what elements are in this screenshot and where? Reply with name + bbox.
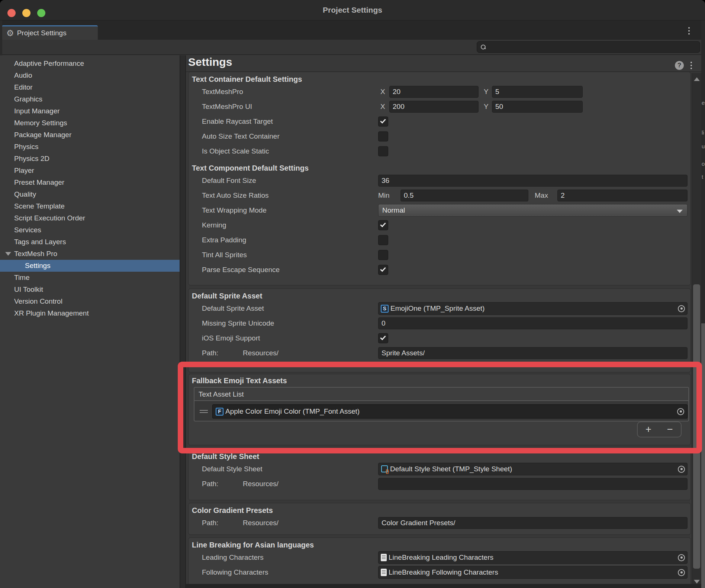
sidebar-item-audio[interactable]: Audio [0,70,180,81]
sidebar-item-physics-2d[interactable]: Physics 2D [0,153,180,165]
text-field[interactable] [378,317,688,329]
object-field[interactable]: LineBreaking Leading Characters [378,551,688,564]
sidebar-item-xr-plugin-management[interactable]: XR Plugin Management [0,307,180,319]
y-value-field[interactable] [492,86,583,98]
text-asset-icon [381,569,387,576]
text-field[interactable] [378,175,688,187]
sidebar-item-tags-and-layers[interactable]: Tags and Layers [0,236,180,248]
sidebar-item-label: UI Toolkit [14,285,43,294]
search-box[interactable] [477,41,700,53]
row-label: Auto Size Text Container [202,132,280,140]
sidebar-item-player[interactable]: Player [0,165,180,177]
sidebar-item-scene-template[interactable]: Scene Template [0,200,180,212]
sidebar-item-label: TextMesh Pro [14,250,57,258]
add-item-button[interactable]: + [646,424,651,434]
sidebar-item-graphics[interactable]: Graphics [0,93,180,105]
sidebar-item-adaptive-performance[interactable]: Adaptive Performance [0,58,180,70]
settings-menu-button[interactable] [690,62,692,69]
sidebar-item-label: XR Plugin Management [14,309,89,317]
sidebar-item-editor[interactable]: Editor [0,81,180,93]
object-picker-icon[interactable] [677,408,684,415]
vertical-scrollbar[interactable] [692,73,701,588]
text-field[interactable] [378,517,688,529]
sidebar-item-label: Input Manager [14,107,60,115]
scrollbar-thumb[interactable] [693,284,700,569]
sidebar-item-label: Graphics [14,95,42,103]
drag-handle-icon[interactable] [200,410,208,413]
clipped-text-fragment: t [702,174,703,180]
sidebar-item-label: Version Control [14,297,62,306]
row-label: Text Auto Size Ratios [202,191,269,200]
text-asset-list-header: Text Asset List [194,388,688,401]
checkbox[interactable] [378,250,388,260]
sidebar-item-label: Memory Settings [14,119,67,127]
list-footer: +− [637,421,682,437]
checkbox[interactable] [378,132,388,142]
object-picker-icon[interactable] [678,466,685,473]
checkbox[interactable] [378,146,388,156]
expand-triangle-icon[interactable] [5,252,11,256]
toolbar [0,40,705,55]
help-icon[interactable]: ? [675,61,684,70]
settings-row: iOS Emoji Support [189,331,690,346]
object-field[interactable]: FApple Color Emoji Color (TMP_Font Asset… [212,404,688,419]
settings-row: Extra Padding [189,233,690,248]
checkbox[interactable] [378,220,388,230]
checkbox[interactable] [378,235,388,245]
sidebar-item-preset-manager[interactable]: Preset Manager [0,177,180,188]
sidebar-item-memory-settings[interactable]: Memory Settings [0,117,180,129]
sidebar-item-textmesh-pro[interactable]: TextMesh Pro [0,248,180,260]
scroll-up-arrow-icon[interactable] [694,77,700,81]
clipped-background-panel: eliuot [701,20,705,588]
object-field[interactable]: SEmojiOne (TMP_Sprite Asset) [378,302,688,315]
sidebar-item-ui-toolkit[interactable]: UI Toolkit [0,284,180,295]
sidebar-item-physics[interactable]: Physics [0,141,180,153]
sidebar-item-time[interactable]: Time [0,272,180,284]
settings-row: Enable Raycast Target [189,114,690,129]
section-header: Line Breaking for Asian languages [189,540,690,550]
sidebar-item-services[interactable]: Services [0,224,180,236]
object-field[interactable]: Default Style Sheet (TMP_Style Sheet) [378,463,688,475]
min-value-field[interactable] [400,190,528,201]
search-input[interactable] [488,43,700,51]
sidebar-item-settings[interactable]: Settings [0,260,180,272]
list-item[interactable]: FApple Color Emoji Color (TMP_Font Asset… [194,402,688,421]
sidebar-item-input-manager[interactable]: Input Manager [0,105,180,117]
sidebar-divider[interactable] [180,55,186,588]
row-label: Default Font Size [202,177,256,185]
row-label: Path: [202,349,218,357]
text-field[interactable] [378,478,688,490]
object-field-value: Default Style Sheet (TMP_Style Sheet) [390,465,678,473]
settings-row: Default Style SheetDefault Style Sheet (… [189,462,690,476]
scroll-down-arrow-icon[interactable] [694,580,700,584]
dropdown-select[interactable]: Normal [378,204,688,217]
object-picker-icon[interactable] [678,305,685,312]
sidebar-item-version-control[interactable]: Version Control [0,295,180,307]
text-field[interactable] [378,347,688,359]
object-field[interactable]: LineBreaking Following Characters [378,566,688,579]
sprite-asset-icon: S [381,305,389,313]
checkbox[interactable] [378,117,388,127]
max-value-field[interactable] [557,190,688,201]
settings-row: TextMeshPro UIXY [189,99,690,114]
tab-project-settings[interactable]: ⚙ Project Settings [2,25,98,40]
dropdown-value: Normal [382,206,405,214]
max-label: Max [535,191,548,200]
x-value-field[interactable] [389,86,479,98]
object-picker-icon[interactable] [678,569,685,576]
sidebar-item-package-manager[interactable]: Package Manager [0,129,180,141]
sidebar-item-label: Script Execution Order [14,214,85,222]
remove-item-button[interactable]: − [667,424,673,434]
object-picker-icon[interactable] [678,554,685,561]
sidebar-item-label: Settings [25,262,51,270]
x-value-field[interactable] [389,101,479,113]
checkbox[interactable] [378,265,388,275]
checkbox[interactable] [378,333,388,343]
sidebar-item-script-execution-order[interactable]: Script Execution Order [0,212,180,224]
checkmark-icon [380,266,386,272]
tab-bar-menu-button[interactable] [688,27,690,35]
settings-row: Path:Resources/ [189,346,690,361]
sidebar-item-quality[interactable]: Quality [0,188,180,200]
y-value-field[interactable] [492,101,583,113]
checkmark-icon [380,222,386,227]
